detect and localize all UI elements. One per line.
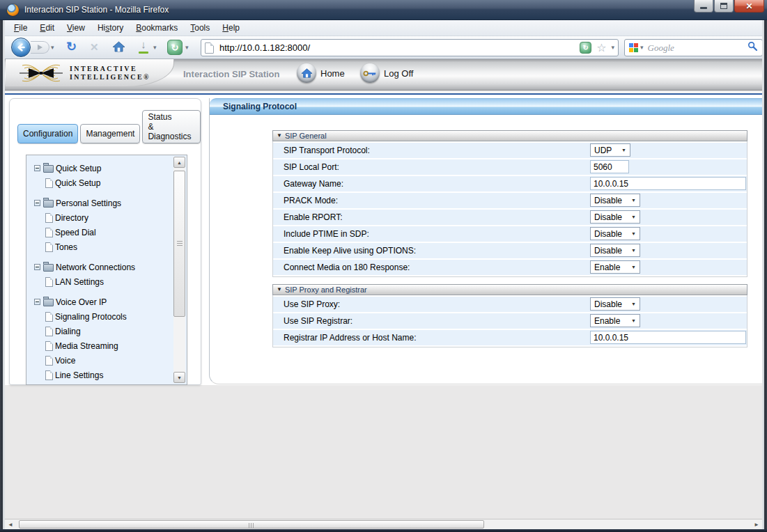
collapse-icon[interactable] <box>34 299 40 305</box>
tree-item-tones[interactable]: Tones <box>26 240 187 254</box>
refresh-button[interactable]: ↻ <box>66 39 77 54</box>
brand-name: INTERACTIVE INTELLIGENCE® <box>70 65 150 81</box>
menu-bookmarks[interactable]: Bookmarks <box>130 21 184 35</box>
page-icon <box>45 356 53 366</box>
home-button[interactable]: Home <box>297 63 345 83</box>
download-tray-icon <box>139 52 148 54</box>
connect-media-180-select[interactable]: Enable▼ <box>590 260 640 274</box>
tree-item-signaling-protocols[interactable]: Signaling Protocols <box>26 309 187 324</box>
sip-transport-protocol-select[interactable]: UDP▼ <box>590 143 630 157</box>
menu-help[interactable]: Help <box>216 21 246 35</box>
tree-group-voice-over-ip[interactable]: Voice Over IP <box>26 295 187 309</box>
use-sip-registrar-select[interactable]: Enable▼ <box>590 314 640 327</box>
section-header-sip-general[interactable]: ▼ SIP General <box>272 130 747 141</box>
tree-group-personal-settings[interactable]: Personal Settings <box>26 196 187 210</box>
tree-item-lan-settings[interactable]: LAN Settings <box>26 274 187 289</box>
use-sip-proxy-select[interactable]: Disable▼ <box>590 297 640 311</box>
include-ptime-select[interactable]: Disable▼ <box>590 227 640 240</box>
collapse-icon[interactable] <box>34 264 40 270</box>
scroll-right-icon[interactable]: ► <box>751 519 762 529</box>
form-row: Enable Keep Alive using OPTIONS: Disable… <box>273 243 747 258</box>
scroll-up-icon[interactable]: ▲ <box>173 157 185 168</box>
bookmark-star-icon[interactable]: ☆ <box>596 42 606 54</box>
scroll-down-icon[interactable]: ▼ <box>173 372 185 383</box>
tab-management[interactable]: Management <box>80 124 140 143</box>
tree-item-directory[interactable]: Directory <box>26 210 187 225</box>
stop-button[interactable]: ✕ <box>90 41 99 54</box>
search-engine-dropdown-icon[interactable]: ▾ <box>640 45 644 51</box>
sip-local-port-input[interactable] <box>590 160 629 173</box>
enable-rport-select[interactable]: Disable▼ <box>590 210 640 224</box>
gateway-name-input[interactable] <box>590 177 746 190</box>
search-box[interactable]: ▾ Google <box>624 39 763 56</box>
settings-tree: Quick Setup Quick Setup Personal Setting… <box>26 155 187 385</box>
form-sections: ▼ SIP General SIP Transport Protocol: UD… <box>272 130 749 347</box>
home-sphere-icon <box>297 63 316 83</box>
close-button[interactable]: ✕ <box>734 0 764 13</box>
reload-extension-button[interactable]: ↻ <box>167 40 183 55</box>
page-icon <box>45 370 53 380</box>
menu-file[interactable]: File <box>8 21 33 35</box>
tree-item-quick-setup[interactable]: Quick Setup <box>26 175 187 190</box>
menu-bar: File Edit View History Bookmarks Tools H… <box>5 20 762 36</box>
section-header-sip-proxy[interactable]: ▼ SIP Proxy and Registrar <box>272 284 747 295</box>
search-placeholder[interactable]: Google <box>648 42 674 54</box>
download-dropdown-icon[interactable]: ▾ <box>153 45 157 51</box>
select-caret-icon: ▼ <box>631 231 636 236</box>
select-caret-icon: ▼ <box>631 214 636 219</box>
menu-history[interactable]: History <box>91 21 130 35</box>
select-caret-icon: ▼ <box>631 265 636 269</box>
keep-alive-options-select[interactable]: Disable▼ <box>590 244 640 257</box>
window-border-right <box>762 20 767 532</box>
form-row: Include PTIME in SDP: Disable▼ <box>273 226 747 242</box>
tree-item-media-streaming[interactable]: Media Streaming <box>26 338 187 353</box>
scroll-left-icon[interactable]: ◄ <box>5 519 16 529</box>
window-controls: ✕ <box>693 0 764 13</box>
minimize-button[interactable] <box>694 0 713 13</box>
collapse-icon[interactable] <box>34 200 40 206</box>
extension-dropdown-icon[interactable]: ▾ <box>185 45 189 51</box>
maximize-button[interactable] <box>714 0 734 13</box>
url-bar[interactable]: http://10.0.1.182:8000/ ↻ ☆ ▾ <box>201 39 619 56</box>
tree-item-speed-dial[interactable]: Speed Dial <box>26 225 187 240</box>
reload-page-icon[interactable]: ↻ <box>580 42 591 54</box>
navigation-toolbar: ▾ ↻ ✕ ↓ ▾ ↻ ▾ http://10.0.1.182:8000/ ↻ … <box>5 36 762 59</box>
tree-group-network-connections[interactable]: Network Connections <box>26 260 187 274</box>
menu-tools[interactable]: Tools <box>184 21 216 35</box>
collapse-icon[interactable] <box>34 165 40 171</box>
download-button[interactable]: ↓ <box>137 38 150 54</box>
app-header: INTERACTIVE INTELLIGENCE® Interaction SI… <box>5 59 762 91</box>
scrollbar-thumb[interactable] <box>173 171 185 317</box>
prack-mode-select[interactable]: Disable▼ <box>590 194 640 207</box>
tree-item-dialing[interactable]: Dialing <box>26 324 187 338</box>
window-border-left <box>0 20 5 532</box>
logoff-button[interactable]: Log Off <box>360 63 413 83</box>
menu-view[interactable]: View <box>61 21 91 35</box>
history-dropdown-icon[interactable]: ▾ <box>51 45 54 51</box>
tree-scrollbar[interactable]: ▲ ▼ <box>173 157 185 383</box>
tree-item-line-settings[interactable]: Line Settings <box>26 368 187 382</box>
horizontal-scrollbar[interactable]: ◄ ► <box>5 519 762 529</box>
search-magnifier-icon[interactable] <box>747 41 758 54</box>
form-row: PRACK Mode: Disable▼ <box>273 193 747 208</box>
tab-status-diagnostics[interactable]: Status & Diagnostics <box>142 110 201 143</box>
menu-edit[interactable]: Edit <box>33 21 61 35</box>
google-engine-icon[interactable] <box>629 43 638 52</box>
site-page-icon <box>205 42 214 54</box>
urlbar-dropdown-icon[interactable]: ▾ <box>611 45 614 51</box>
app-title: Interaction SIP Station <box>183 69 279 79</box>
url-text[interactable]: http://10.0.1.182:8000/ <box>219 42 310 53</box>
registrar-address-input[interactable] <box>590 331 746 344</box>
tab-configuration[interactable]: Configuration <box>17 124 78 143</box>
hscrollbar-thumb[interactable] <box>19 520 484 529</box>
tree-item-voice[interactable]: Voice <box>26 353 187 368</box>
form-row: Use SIP Proxy: Disable▼ <box>273 297 747 312</box>
section-sip-proxy-registrar: ▼ SIP Proxy and Registrar Use SIP Proxy:… <box>272 284 747 347</box>
home-toolbar-button[interactable] <box>112 40 125 56</box>
back-button[interactable] <box>11 38 31 57</box>
tree-item-clipped[interactable] <box>26 382 187 385</box>
tree-group-quick-setup[interactable]: Quick Setup <box>26 161 187 175</box>
forward-button[interactable] <box>31 41 49 54</box>
folder-icon <box>43 264 54 272</box>
page-icon <box>45 312 53 322</box>
